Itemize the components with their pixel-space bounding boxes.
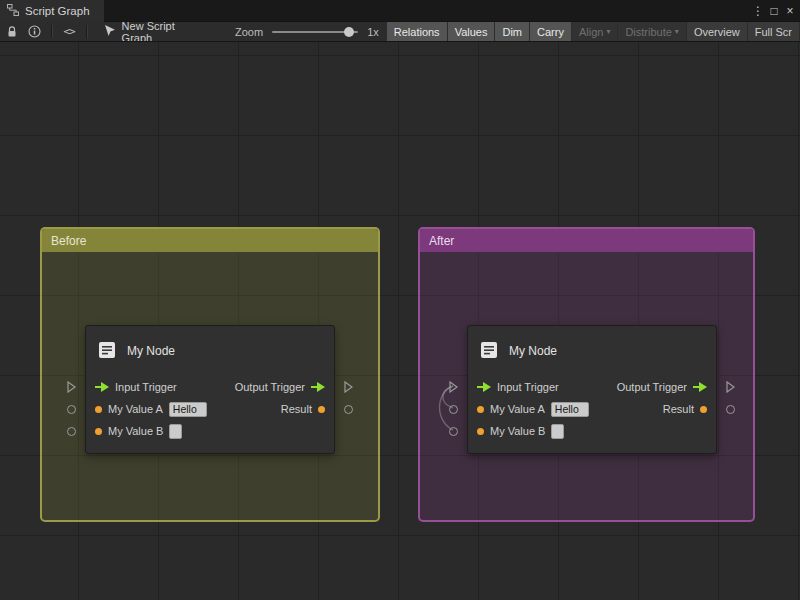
output-trigger-port[interactable]: Output Trigger [235,381,325,393]
my-value-a-input[interactable] [551,402,589,417]
breadcrumb[interactable]: New Script Graph [104,22,205,42]
zoom-label: Zoom [235,26,263,38]
port-label: Output Trigger [235,381,305,393]
zoom-value: 1x [367,26,379,38]
value-input-port-a[interactable] [449,405,458,414]
graph-tab-icon [7,4,19,18]
flow-arrow-icon [95,382,109,392]
maximize-icon[interactable]: □ [766,4,782,18]
window-controls: ⋮ □ × [750,0,798,22]
value-input-port-b[interactable] [67,427,76,436]
flow-output-port[interactable] [726,381,735,395]
result-port[interactable]: Result [663,403,707,415]
flow-input-port[interactable] [449,381,458,395]
group-title: After [429,234,454,248]
port-label: My Value A [490,403,545,415]
info-icon[interactable] [23,22,46,42]
node-header: My Node [86,326,334,376]
window-menu-icon[interactable]: ⋮ [750,4,766,18]
my-value-a-port[interactable]: My Value A [95,402,207,417]
value-port-icon [318,406,325,413]
node-row: My Value B [468,420,716,442]
node-title: My Node [509,344,557,358]
node-row: My Value A Result [468,398,716,420]
group-title: Before [51,234,86,248]
value-port-icon [700,406,707,413]
input-trigger-port[interactable]: Input Trigger [477,381,559,393]
value-output-port[interactable] [344,405,353,414]
my-value-a-port[interactable]: My Value A [477,402,589,417]
toolbar-separator [86,25,87,38]
unit-icon [96,339,118,363]
relations-button[interactable]: Relations [387,22,447,42]
graph-canvas[interactable]: Before After My Node Input [0,42,800,600]
value-port-icon [477,406,484,413]
distribute-button: Distribute▾ [618,22,685,42]
tab-title: Script Graph [25,5,90,17]
zoom-slider-handle[interactable] [344,27,354,37]
input-trigger-port[interactable]: Input Trigger [95,381,177,393]
flow-arrow-icon [477,382,491,392]
node-title: My Node [127,344,175,358]
graph-pointer-icon [104,25,116,39]
window-tab-bar: Script Graph ⋮ □ × [0,0,800,22]
lock-icon[interactable] [0,22,23,42]
node-row: Input Trigger Output Trigger [468,376,716,398]
node-header: My Node [468,326,716,376]
port-label: Input Trigger [497,381,559,393]
my-value-b-port[interactable]: My Value B [477,424,564,439]
port-label: My Value B [490,425,545,437]
graph-name-label: New Script Graph [122,22,205,42]
node-my-node-after[interactable]: My Node Input Trigger Output Trigger My … [467,325,717,454]
flow-output-port[interactable] [344,381,353,395]
close-icon[interactable]: × [782,4,798,18]
port-label: Result [663,403,694,415]
align-button: Align▾ [572,22,617,42]
port-label: My Value A [108,403,163,415]
tab-script-graph[interactable]: Script Graph [0,0,104,22]
unit-icon [478,339,500,363]
chevron-down-icon: ▾ [675,27,679,36]
node-row: My Value B [86,420,334,442]
result-port[interactable]: Result [281,403,325,415]
value-output-port[interactable] [726,405,735,414]
chevron-down-icon: ▾ [606,27,610,36]
output-trigger-port[interactable]: Output Trigger [617,381,707,393]
value-port-icon [477,428,484,435]
overview-button[interactable]: Overview [687,22,747,42]
flow-input-port[interactable] [67,381,76,395]
script-graph-window: Script Graph ⋮ □ × <> New Script Graph Z… [0,0,800,600]
dim-button[interactable]: Dim [495,22,529,42]
zoom-control: Zoom 1x [235,22,379,42]
toolbar-buttons: Relations Values Dim Carry Align▾ Distri… [387,22,800,42]
port-label: Output Trigger [617,381,687,393]
code-view-icon[interactable]: <> [57,22,80,42]
port-label: Input Trigger [115,381,177,393]
zoom-slider[interactable] [272,22,358,42]
carry-button[interactable]: Carry [530,22,571,42]
flow-arrow-icon [311,382,325,392]
values-button[interactable]: Values [448,22,495,42]
group-before-header[interactable]: Before [42,229,378,252]
my-value-b-input[interactable] [551,424,564,439]
my-value-b-port[interactable]: My Value B [95,424,182,439]
port-label: My Value B [108,425,163,437]
value-port-icon [95,428,102,435]
my-value-a-input[interactable] [169,402,207,417]
node-row: Input Trigger Output Trigger [86,376,334,398]
full-screen-button[interactable]: Full Scr [748,22,799,42]
flow-arrow-icon [693,382,707,392]
value-input-port-a[interactable] [67,405,76,414]
toolbar-separator [51,25,52,38]
value-input-port-b[interactable] [449,427,458,436]
value-port-icon [95,406,102,413]
node-row: My Value A Result [86,398,334,420]
my-value-b-input[interactable] [169,424,182,439]
node-my-node-before[interactable]: My Node Input Trigger Output Trigger My … [85,325,335,454]
graph-toolbar: <> New Script Graph Zoom 1x Relations Va… [0,22,800,42]
port-label: Result [281,403,312,415]
group-after-header[interactable]: After [420,229,753,252]
